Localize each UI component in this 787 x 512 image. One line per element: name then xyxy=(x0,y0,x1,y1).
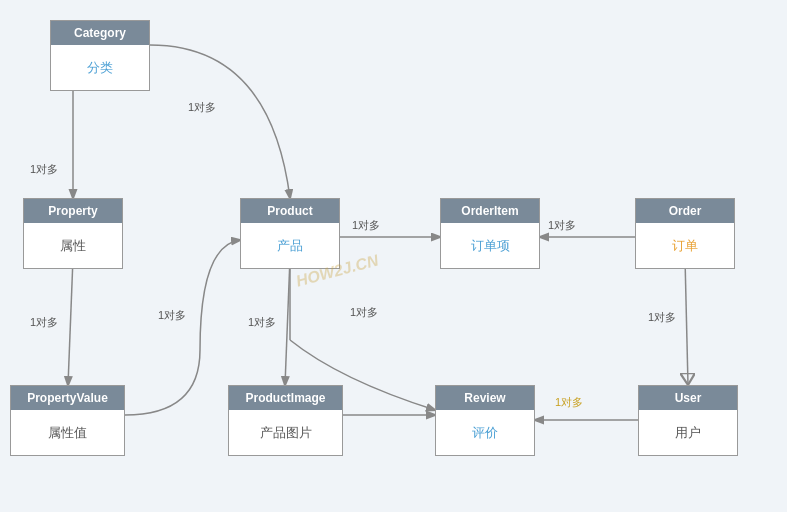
label-prod-prodimg: 1对多 xyxy=(248,315,276,330)
entity-productimage-body: 产品图片 xyxy=(229,410,342,455)
label-order-user: 1对多 xyxy=(648,310,676,325)
label-cat-prod: 1对多 xyxy=(188,100,216,115)
label-cat-prop: 1对多 xyxy=(30,162,58,177)
entity-category-header: Category xyxy=(51,21,149,45)
entity-property-body: 属性 xyxy=(24,223,122,268)
entity-user-header: User xyxy=(639,386,737,410)
entity-order: Order 订单 xyxy=(635,198,735,269)
label-orderitem-order: 1对多 xyxy=(548,218,576,233)
svg-line-1 xyxy=(68,258,73,385)
entity-orderitem-body: 订单项 xyxy=(441,223,539,268)
label-prod-review: 1对多 xyxy=(350,305,378,320)
entity-order-body: 订单 xyxy=(636,223,734,268)
entity-orderitem-header: OrderItem xyxy=(441,199,539,223)
label-prop-propval: 1对多 xyxy=(30,315,58,330)
entity-productimage: ProductImage 产品图片 xyxy=(228,385,343,456)
entity-product: Product 产品 xyxy=(240,198,340,269)
entity-user: User 用户 xyxy=(638,385,738,456)
entity-review: Review 评价 xyxy=(435,385,535,456)
entity-productimage-header: ProductImage xyxy=(229,386,342,410)
entity-category-body: 分类 xyxy=(51,45,149,90)
entity-order-header: Order xyxy=(636,199,734,223)
entity-propertyvalue-header: PropertyValue xyxy=(11,386,124,410)
entity-property-value: PropertyValue 属性值 xyxy=(10,385,125,456)
entity-review-body: 评价 xyxy=(436,410,534,455)
entity-property: Property 属性 xyxy=(23,198,123,269)
diagram-container: Category 分类 Property 属性 PropertyValue 属性… xyxy=(0,0,787,512)
entity-orderitem: OrderItem 订单项 xyxy=(440,198,540,269)
entity-category: Category 分类 xyxy=(50,20,150,91)
entity-product-header: Product xyxy=(241,199,339,223)
svg-line-6 xyxy=(685,258,688,385)
svg-line-2 xyxy=(285,258,290,385)
entity-property-header: Property xyxy=(24,199,122,223)
entity-propertyvalue-body: 属性值 xyxy=(11,410,124,455)
entity-product-body: 产品 xyxy=(241,223,339,268)
label-user-review: 1对多 xyxy=(555,395,583,410)
label-propval-prod: 1对多 xyxy=(158,308,186,323)
entity-review-header: Review xyxy=(436,386,534,410)
entity-user-body: 用户 xyxy=(639,410,737,455)
label-prod-orderitem: 1对多 xyxy=(352,218,380,233)
